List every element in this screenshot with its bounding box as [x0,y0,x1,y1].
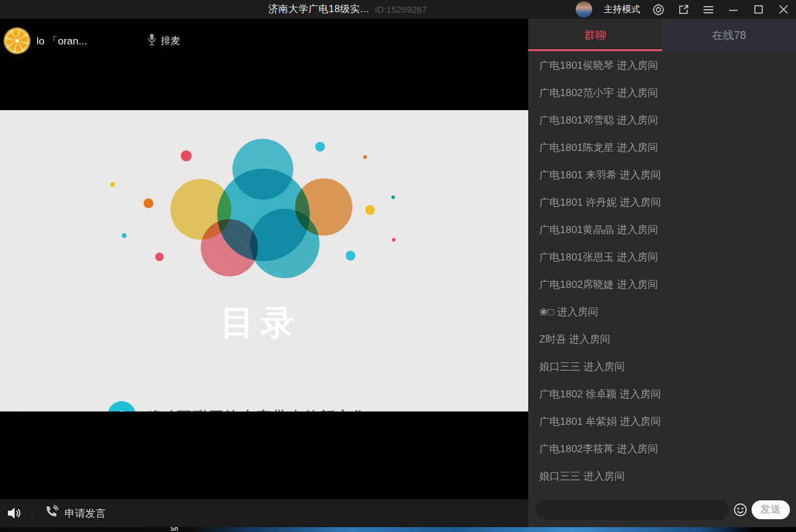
chat-message: 广电1801张思玉 进入房间 [528,243,796,271]
maximize-button[interactable] [752,3,765,16]
user-avatar[interactable] [576,1,592,18]
mic-queue-button[interactable]: 排麦 [148,33,180,48]
chat-message: 广电1802李筱苒 进入房间 [528,435,796,463]
decorative-dot [363,155,367,159]
room-title: 济南大学广电18级实... [268,3,369,16]
popout-icon[interactable] [677,3,690,16]
settings-gear-icon[interactable] [652,3,665,16]
host-mode-label[interactable]: 主持模式 [604,4,640,15]
chat-message-list[interactable]: 广电1801侯晓琴 进入房间广电1802范小宇 进入房间广电1801邓雪聪 进入… [528,52,796,494]
item-a-badge: A [107,401,136,411]
desktop-peek-strip: Sh [0,527,796,532]
tab-group-chat[interactable]: 群聊 [528,19,662,51]
close-button[interactable] [777,3,790,16]
decorative-dot [391,195,395,199]
chat-message: 广电1801 许丹妮 进入房间 [528,189,796,216]
title-group: 济南大学广电18级实... ID:15259267 [268,0,427,19]
titlebar: 济南大学广电18级实... ID:15259267 主持模式 [0,0,796,19]
speaker-icon[interactable] [6,506,22,520]
app-window: 济南大学广电18级实... ID:15259267 主持模式 [0,0,796,532]
room-id: ID:15259267 [375,4,427,15]
decorative-dot [144,198,153,208]
chat-message: 广电1801邓雪聪 进入房间 [528,107,796,134]
stage-bottom-bar: 申请发言 [0,499,528,527]
chat-message: 广电1801陈龙星 进入房间 [528,134,796,161]
microphone-icon [148,33,156,48]
mic-queue-label: 排麦 [161,35,180,47]
chat-tabs: 群聊 在线78 [528,19,796,51]
host-row: lo 「oran... 排麦 [5,27,180,54]
chat-message: 广电1802范小宇 进入房间 [528,79,796,107]
menu-icon[interactable] [702,3,715,16]
chat-input[interactable] [536,500,729,519]
chat-message: 广电1801 来羽希 进入房间 [528,161,796,189]
send-button[interactable]: 发送 [752,500,790,519]
apply-speak-label: 申请发言 [65,506,106,520]
chat-message: 广电1801侯晓琴 进入房间 [528,52,796,79]
decorative-dot [155,253,164,261]
chat-message: 娘口三三 进入房间 [528,463,796,490]
chat-message: 广电1801黄晶晶 进入房间 [528,216,796,243]
decorative-dot [365,205,375,215]
chat-message: 广电1802 徐卓颖 进入房间 [528,380,796,408]
tab-online-count[interactable]: 在线78 [662,19,796,51]
chat-message: 广电1801 牟紫娟 进入房间 [528,408,796,435]
divider [32,508,32,518]
host-avatar-orange-icon[interactable] [5,29,29,53]
decorative-dot [346,251,355,261]
apply-speak-button[interactable]: 申请发言 [44,505,106,522]
host-name: lo 「oran... [37,34,87,48]
phone-icon [44,505,59,522]
chat-message: 娘口三三 进入房间 [528,353,796,380]
chat-input-row: 发送 [528,500,796,519]
decorative-dot [315,142,325,152]
item-a-text: 移动互联网给内容带来的新变化 [145,407,367,412]
chat-message: Z时吾 进入房间 [528,326,796,353]
minimize-button[interactable] [727,3,740,16]
presentation-slide: 目录 A 移动互联网给内容带来的新变化 B 互联网传播内容与形式 C 关于大学生… [0,110,528,411]
decorative-dot [110,182,115,187]
slide-item-a: A 移动互联网给内容带来的新变化 [107,401,367,411]
chat-message: ❀□ 进入房间 [528,298,796,326]
decorative-dot [181,150,192,161]
slide-title: 目录 [0,300,521,346]
chat-panel: 群聊 在线78 广电1801侯晓琴 进入房间广电1802范小宇 进入房间广电18… [528,19,796,527]
decorative-dot [392,238,396,242]
video-stage: lo 「oran... 排麦 [0,19,528,527]
emoji-icon[interactable] [733,503,747,517]
decorative-bubble [217,169,310,261]
desktop-peek-text: Sh [170,527,178,532]
decorative-dot [122,233,127,238]
chat-message: 广电1802席晓婕 进入房间 [528,271,796,298]
